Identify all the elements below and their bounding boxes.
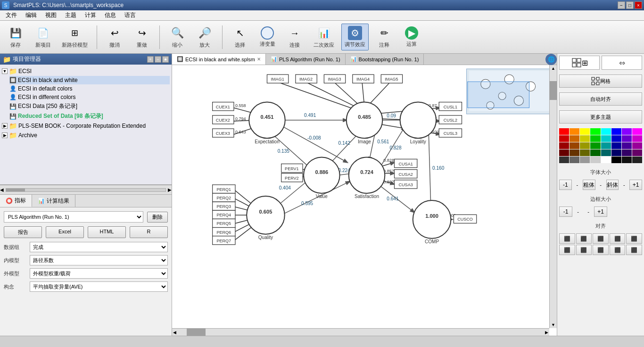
scroll-left-btn[interactable]: ◀ [0,187,4,192]
expand-plssem-btn[interactable]: ▶ [2,123,8,129]
menu-theme[interactable]: 主题 [61,10,80,20]
color-cell-4[interactable] [601,128,611,135]
color-cell-26[interactable] [580,149,590,156]
more-themes-button[interactable]: 更多主题 [559,110,642,124]
color-cell-14[interactable] [622,135,632,142]
color-cell-36[interactable] [601,157,611,163]
color-cell-23[interactable] [632,142,642,149]
color-cell-30[interactable] [622,149,632,156]
quadratic-button[interactable]: 📊 二次效应 [310,23,338,51]
canvas-tab-pls[interactable]: 📊 PLS Algorithm (Run No. 1) [266,54,346,65]
italic-btn[interactable]: 斜体 [606,180,619,190]
new-path-model-button[interactable]: ⊞ 新路径模型 [58,23,91,51]
border-size-minus-btn[interactable]: -1 [559,207,572,217]
menu-edit[interactable]: 编辑 [22,10,41,20]
tree-item-black-white[interactable]: 🔲 ECSI in black and white [9,76,170,84]
color-cell-21[interactable] [611,142,621,149]
menu-info[interactable]: 信息 [101,10,120,20]
bold-btn[interactable]: 粗体 [583,180,595,190]
color-cell-22[interactable] [622,142,632,149]
excel-btn[interactable]: Excel [46,226,84,238]
color-cell-9[interactable] [570,135,579,142]
redo-button[interactable]: ↪ 重做 [130,23,154,51]
scroll-track[interactable] [6,188,166,192]
grid-button[interactable]: ⊞ [559,56,600,70]
outer-model-select[interactable]: 外模型权重/载荷 [30,268,168,279]
maximize-button[interactable]: □ [626,1,634,9]
tree-root-ecsi[interactable]: ▼ 📁 ECSI [2,66,170,76]
align-grid-h-btn[interactable]: ⬛ [593,245,609,255]
vscroll-thumb[interactable] [550,81,557,100]
color-cell-8[interactable] [559,135,569,142]
align-left-btn[interactable]: ⬛ [559,233,575,244]
color-cell-13[interactable] [611,135,621,142]
color-cell-33[interactable] [570,157,579,163]
tree-item-diff-colors[interactable]: 👤 ECSI in different colors [9,93,170,101]
tree-item-data-250[interactable]: 💾 ECSI Data [250 条记录] [9,101,170,111]
color-cell-32[interactable] [559,157,569,163]
vscroll-up-btn[interactable]: ▲ [550,65,557,72]
expand-ecsi-btn[interactable]: ▼ [2,68,8,74]
tree-item-reduced-data[interactable]: 💾 Reduced Set of Data [98 条记录] [9,111,170,121]
zoom-out-button[interactable]: 🔍 缩小 [165,23,189,51]
font-size-minus-btn[interactable]: -1 [559,180,572,190]
color-cell-3[interactable] [590,128,600,135]
expand-archive-btn[interactable]: ▶ [2,132,8,138]
close-button[interactable]: × [635,1,642,9]
tree-item-archive[interactable]: ▶ 📁 Archive [2,131,170,140]
color-cell-24[interactable] [559,149,569,156]
auto-align-button[interactable]: 自动对齐 [559,92,642,106]
align-top-btn[interactable]: ⬛ [610,233,626,244]
align-v-btn[interactable]: ⬛ [576,245,592,255]
auto-align-icon-btn[interactable]: ⇔ [602,56,642,70]
color-cell-39[interactable] [632,157,642,163]
minimize-button[interactable]: − [618,1,625,9]
inner-model-select[interactable]: 路径系数 [30,255,168,265]
r-btn[interactable]: R [130,226,168,238]
color-cell-34[interactable] [580,157,590,163]
connect-button[interactable]: → 连接 [283,23,306,51]
report-btn[interactable]: 报告 [4,226,42,238]
dataset-select[interactable]: 完成 [30,242,168,252]
color-cell-7[interactable] [632,128,642,135]
align-center-btn[interactable]: ⬛ [576,233,592,244]
globe-button[interactable]: 🌐 [545,54,557,65]
delete-button[interactable]: 删除 [147,212,168,223]
color-cell-19[interactable] [590,142,600,149]
pm-pin-btn[interactable]: − [155,56,161,63]
pm-star-btn[interactable]: ★ [162,56,169,63]
tab-indicators[interactable]: ⭕ 指标 [0,195,32,207]
color-cell-28[interactable] [601,149,611,156]
scroll-thumb[interactable] [6,189,25,191]
color-cell-2[interactable] [580,128,590,135]
color-cell-37[interactable] [611,157,621,163]
color-cell-35[interactable] [590,157,600,163]
color-cell-20[interactable] [601,142,611,149]
canvas-tab-bootstrap[interactable]: 📊 Bootstrapping (Run No. 1) [346,54,424,65]
color-cell-15[interactable] [632,135,642,142]
color-cell-0[interactable] [559,128,569,135]
annotate-button[interactable]: ✏ 注释 [372,23,396,51]
color-cell-11[interactable] [590,135,600,142]
canvas-tab-splsm-close[interactable]: ✕ [257,57,261,62]
align-extra-btn[interactable]: ⬛ [626,245,642,255]
algorithm-select[interactable]: PLS Algorithm (Run No. 1) [4,211,143,223]
menu-file[interactable]: 文件 [2,10,21,20]
select-button[interactable]: ↖ 选择 [228,23,252,51]
tree-item-default-colors[interactable]: 👤 ECSI in default colors [9,84,170,93]
hscroll-right-btn[interactable]: ▶ [544,329,549,336]
menu-calc[interactable]: 计算 [81,10,100,20]
align-bottom-btn[interactable]: ⬛ [626,233,642,244]
new-project-button[interactable]: 📄 新项目 [31,23,55,51]
save-button[interactable]: 💾 保存 [4,23,27,51]
scroll-right-btn[interactable]: ▶ [168,187,172,192]
moderate-button[interactable]: ⚙ 调节效应 [341,24,369,50]
hscroll-left-btn[interactable]: ◀ [172,329,177,336]
vscroll-down-btn[interactable]: ▼ [550,322,557,328]
color-cell-17[interactable] [570,142,579,149]
color-cell-10[interactable] [580,135,590,142]
color-cell-31[interactable] [632,149,642,156]
border-size-plus-btn[interactable]: +1 [594,207,607,217]
pm-new-btn[interactable]: + [147,56,154,63]
html-btn[interactable]: HTML [88,226,126,238]
